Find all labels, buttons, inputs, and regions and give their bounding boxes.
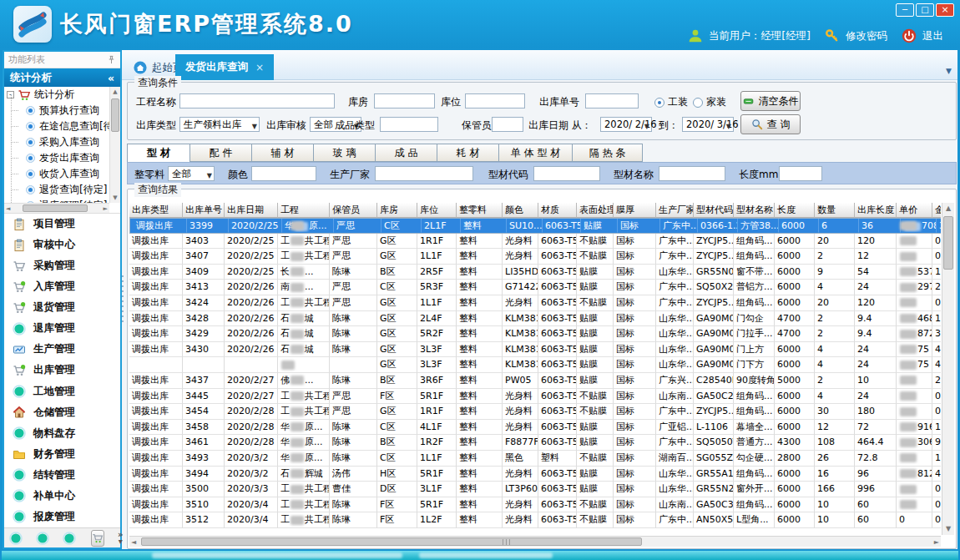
tree-root-node[interactable]: - 统计分析 [4,87,109,103]
column-header-17[interactable]: 数量 [815,203,855,218]
table-vertical-scrollbar[interactable]: ▲ ▼ [942,203,954,535]
close-button[interactable]: × [936,3,954,17]
sidebar-item-物料盘存[interactable]: 物料盘存 [4,423,120,444]
table-row[interactable]: 调拨出库34292020/2/26石城陈琳G区5R2F整料KLM38176063… [129,326,941,342]
column-header-15[interactable]: 型材名称 [734,203,775,218]
table-row[interactable]: 调拨出库34302020/2/26石城陈琳G区3L3F整料KLM38176063… [129,342,941,358]
material-tab-8[interactable]: 隔 热 条 [573,144,643,162]
column-header-5[interactable]: 保管员 [330,203,377,218]
column-header-13[interactable]: 生产厂家 [656,203,694,218]
sidebar-item-审核中心[interactable]: 审核中心 [4,235,120,255]
table-row[interactable]: 调拨出库34932020/3/2华原...陈琳C区1L1F整料黑色塑料不贴膜国标… [129,451,941,467]
table-row[interactable]: 调拨出库34072020/2/25工共工程严思G区1L1F整料光身料6063-T… [129,249,941,265]
order-no-input[interactable] [585,93,639,108]
column-header-20[interactable]: 金 [932,203,941,218]
column-header-9[interactable]: 颜色 [503,203,538,218]
sidebar-item-生产管理[interactable]: 生产管理 [4,339,120,360]
tab-shipping-outbound-query[interactable]: 发货出库查询 × [175,54,274,80]
column-header-12[interactable]: 膜厚 [614,203,656,218]
maximize-button[interactable]: □ [916,3,934,17]
sidebar-item-报废管理[interactable]: 报废管理 [4,507,120,527]
sidebar-item-补单中心[interactable]: 补单中心 [4,486,120,507]
column-header-4[interactable]: 工程 [278,203,330,218]
table-row[interactable]: 调拨出库34942020/3/2石辉城汤伟H区5R1F整料光身料6063-T5贴… [129,467,941,482]
scroll-down-icon[interactable]: ▼ [110,193,120,203]
scroll-left-icon[interactable]: ◄ [131,537,136,547]
scroll-up-icon[interactable]: ▲ [942,204,954,214]
logout-link[interactable]: 退出 [922,29,943,43]
sidebar-item-财务管理[interactable]: 财务管理 [4,444,120,465]
column-header-2[interactable]: 出库单号 [183,203,225,218]
pin-icon[interactable] [107,55,116,64]
column-header-19[interactable]: 单价 [897,203,932,218]
section-header-statistics[interactable]: 统计分析 « [4,68,120,87]
table-row[interactable]: 调拨出库34282020/2/26石城陈琳G区2L4F整料KLM38176063… [129,311,941,327]
tree-item[interactable]: 采购入库查询 [4,134,109,150]
location-input[interactable] [465,93,525,108]
table-row[interactable]: 调拨出库34372020/2/27佛...陈琳B区3R6F整料PW056063-… [129,373,941,389]
table-row[interactable]: 调拨出库34092020/2/25长...陈琳B区2R5F整料LI35HD606… [129,265,941,280]
length-input[interactable] [779,166,822,181]
tree-item[interactable]: 收货入库查询 [4,166,109,182]
scroll-up-icon[interactable]: ▲ [110,87,120,97]
tree-item[interactable]: 发货出库查询 [4,150,109,166]
manufacturer-input[interactable] [375,166,473,181]
clear-conditions-button[interactable]: 清空条件 [740,91,801,111]
table-horizontal-scrollbar[interactable]: ◄ ► [129,536,941,547]
sidebar-item-出库管理[interactable]: 出库管理 [4,360,120,381]
date-to-picker[interactable]: 2020/ 3/16▼ [682,117,734,132]
tab-list-dropdown-icon[interactable]: ▼ [946,67,952,75]
column-header-3[interactable]: 出库日期 [225,203,278,218]
project-name-input[interactable] [179,93,335,108]
material-tab-2[interactable]: 配 件 [190,144,252,162]
table-row[interactable]: 调拨出库34452020/2/27工共工程严思F区5R1F整料光身料6063-T… [129,389,941,405]
material-tab-5[interactable]: 成 品 [376,144,437,162]
date-from-picker[interactable]: 2020/ 2/16▼ [600,117,652,132]
scroll-right-icon[interactable]: ► [934,537,939,547]
radio-gongzhuang[interactable]: 工装 [654,95,688,109]
column-header-6[interactable]: 库房 [377,203,417,218]
tree-item[interactable]: 在途信息查询[待 [4,119,109,134]
material-tab-4[interactable]: 玻 璃 [314,144,376,162]
change-password-link[interactable]: 修改密码 [846,29,887,43]
sidebar-item-项目管理[interactable]: 项目管理 [4,214,120,235]
minimize-button[interactable]: ─ [896,3,914,17]
table-row[interactable]: 调拨出库34612020/2/28华原...陈琳B区1R2F整料F8877FT6… [129,435,941,451]
outbound-shortcut-button[interactable] [91,530,104,547]
whole-part-select[interactable]: 全部▼ [168,166,215,181]
tree-vertical-scrollbar[interactable]: ▲ ▼ [109,87,120,203]
sidebar-item-工地管理[interactable]: 工地管理 [4,381,120,402]
scroll-left-icon[interactable]: ◄ [6,204,10,214]
scroll-right-icon[interactable]: ► [104,204,108,214]
collapse-icon[interactable]: « [108,72,114,84]
column-header-8[interactable]: 整零料 [457,203,503,218]
table-row[interactable]: 调拨出库35122020/3/4工共工程陈琳F区1L2F整料光身料6063-T5… [129,512,941,528]
column-header-18[interactable]: 出库长度 [855,203,897,218]
material-tab-7[interactable]: 单 体 型 材 [499,144,573,162]
column-header-16[interactable]: 长度 [775,203,815,218]
material-tab-3[interactable]: 辅 材 [252,144,314,162]
outbound-type-select[interactable]: 生产领料出库▼ [179,117,260,132]
table-row[interactable]: 调拨出库34582020/2/28华原...陈琳C区4L1F整料光身料6063-… [129,420,941,436]
warehouse-input[interactable] [374,93,435,108]
tree-item[interactable]: 退货查询[待定] [4,182,109,198]
scroll-down-icon[interactable]: ▼ [942,524,954,534]
tree-horizontal-scrollbar[interactable]: ◄ ► [4,203,109,213]
table-row[interactable]: 调拨出库33992020/2/25华原...严思C区2L1F整料SU10...6… [129,218,941,234]
table-row[interactable]: 调拨出库35002020/3/3工共工程曹佳D区3L1F整料LT3P606063… [129,482,941,497]
sidebar-item-结转管理[interactable]: 结转管理 [4,465,120,486]
product-type-input[interactable] [380,117,438,132]
keeper-input[interactable] [492,117,523,132]
sidebar-item-仓储管理[interactable]: 仓储管理 [4,402,120,423]
tree-item[interactable]: 预算执行查询 [4,103,109,119]
table-row[interactable]: 调拨出库34242020/2/26工共工程严思G区1L1F整料光身料6063-T… [129,295,941,311]
sidebar-item-采购管理[interactable]: 采购管理 [4,255,120,276]
material-tab-6[interactable]: 耗 材 [437,144,499,162]
sidebar-item-退货管理[interactable]: 退货管理 [4,297,120,318]
column-header-11[interactable]: 表面处理 [577,203,614,218]
panel-splitter[interactable] [122,275,124,325]
sidebar-item-入库管理[interactable]: 入库管理 [4,276,120,297]
profile-code-input[interactable] [533,166,600,181]
search-button[interactable]: 查 询 [740,114,801,134]
table-row[interactable]: 调拨出库35102020/3/4工共工程陈琳F区5R1F整料光身料6063-T5… [129,497,941,513]
